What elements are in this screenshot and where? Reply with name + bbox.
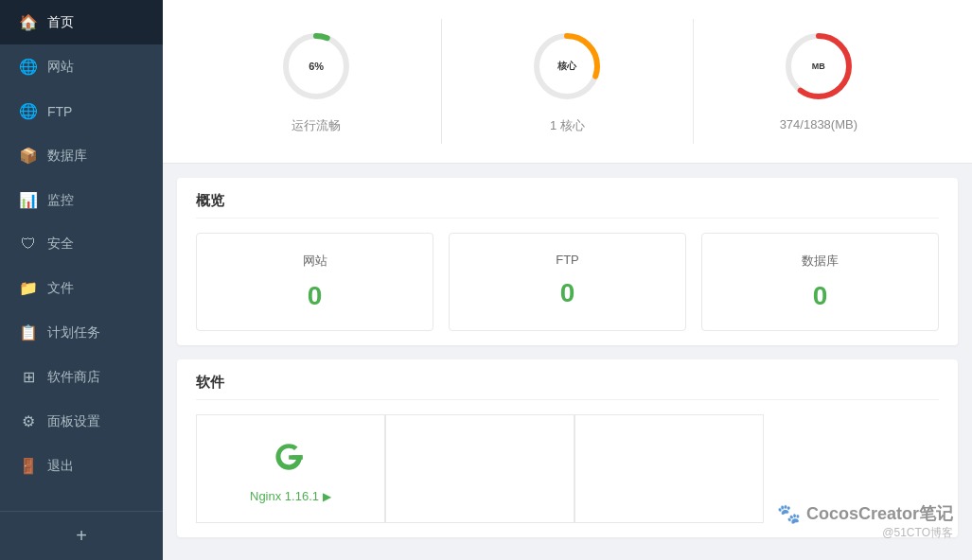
add-button[interactable]: + xyxy=(0,511,163,560)
overview-ftp-value: 0 xyxy=(468,278,666,308)
core-label: 1 核心 xyxy=(550,117,585,134)
monitor-icon: 📊 xyxy=(19,191,38,209)
store-icon: ⊞ xyxy=(19,368,38,386)
sidebar-item-ftp[interactable]: 🌐 FTP xyxy=(0,89,163,133)
sidebar-label-database: 数据库 xyxy=(47,148,87,165)
sidebar-label-website: 网站 xyxy=(47,59,74,76)
memory-stat: MB 374/1838(MB) xyxy=(694,19,944,144)
logout-icon: 🚪 xyxy=(19,457,38,475)
software-empty-2 xyxy=(574,414,764,523)
sidebar-label-tasks: 计划任务 xyxy=(47,324,100,341)
cpu-percent-text: 6% xyxy=(309,61,324,72)
sidebar-label-logout: 退出 xyxy=(47,458,74,475)
sidebar-item-home[interactable]: 🏠 首页 xyxy=(0,0,163,44)
overview-title: 概览 xyxy=(196,192,939,219)
sidebar-item-monitor[interactable]: 📊 监控 xyxy=(0,178,163,222)
sidebar-label-monitor: 监控 xyxy=(47,192,74,209)
sidebar-item-settings[interactable]: ⚙ 面板设置 xyxy=(0,399,163,444)
sidebar-item-database[interactable]: 📦 数据库 xyxy=(0,133,163,178)
software-empty-1 xyxy=(385,414,574,523)
software-item-nginx[interactable]: Nginx 1.16.1 ▶ xyxy=(196,414,385,523)
core-text: 核心 xyxy=(557,60,576,73)
sidebar-label-ftp: FTP xyxy=(47,104,72,119)
database-icon: 📦 xyxy=(19,147,38,165)
main-content: 6% 运行流畅 核心 1 核心 MB 37 xyxy=(163,0,972,560)
sidebar-item-files[interactable]: 📁 文件 xyxy=(0,266,163,310)
sidebar-item-logout[interactable]: 🚪 退出 xyxy=(0,444,163,488)
sidebar-item-website[interactable]: 🌐 网站 xyxy=(0,44,163,89)
sidebar-label-store: 软件商店 xyxy=(47,369,100,386)
cpu-circle: 6% xyxy=(278,28,354,104)
overview-website-card[interactable]: 网站 0 xyxy=(196,233,433,331)
memory-text: MB xyxy=(812,61,825,71)
sidebar-item-tasks[interactable]: 📋 计划任务 xyxy=(0,310,163,355)
website-icon: 🌐 xyxy=(19,58,38,76)
watermark-title: CocosCreator笔记 xyxy=(806,502,953,525)
nginx-arrow-icon: ▶ xyxy=(323,490,331,503)
stats-row: 6% 运行流畅 核心 1 核心 MB 37 xyxy=(163,0,972,164)
sidebar-label-files: 文件 xyxy=(47,280,74,297)
overview-section: 概览 网站 0 FTP 0 数据库 0 xyxy=(177,178,958,345)
ftp-icon: 🌐 xyxy=(19,102,38,120)
watermark: 🐾 CocosCreator笔记 @51CTO博客 xyxy=(777,502,953,541)
home-icon: 🏠 xyxy=(19,13,38,31)
overview-website-value: 0 xyxy=(216,281,414,311)
svg-rect-6 xyxy=(292,455,303,460)
core-stat: 核心 1 核心 xyxy=(442,19,693,144)
sidebar-label-home: 首页 xyxy=(47,14,74,31)
core-circle: 核心 xyxy=(529,28,605,104)
overview-grid: 网站 0 FTP 0 数据库 0 xyxy=(196,233,939,331)
overview-db-value: 0 xyxy=(721,281,919,311)
overview-db-card[interactable]: 数据库 0 xyxy=(701,233,939,331)
sidebar-item-security[interactable]: 🛡 安全 xyxy=(0,222,163,266)
overview-ftp-card[interactable]: FTP 0 xyxy=(449,233,686,331)
sidebar-item-store[interactable]: ⊞ 软件商店 xyxy=(0,355,163,399)
watermark-sub: @51CTO博客 xyxy=(777,525,953,541)
tasks-icon: 📋 xyxy=(19,324,38,341)
overview-ftp-label: FTP xyxy=(468,253,666,267)
sidebar-label-settings: 面板设置 xyxy=(47,413,100,430)
software-title: 软件 xyxy=(196,374,939,400)
cpu-label: 运行流畅 xyxy=(292,117,341,134)
files-icon: 📁 xyxy=(19,279,38,297)
nginx-icon xyxy=(268,434,313,480)
sidebar-label-security: 安全 xyxy=(47,236,74,253)
overview-db-label: 数据库 xyxy=(721,253,919,270)
memory-label: 374/1838(MB) xyxy=(780,117,857,131)
settings-icon: ⚙ xyxy=(19,412,38,430)
memory-circle: MB xyxy=(781,28,857,104)
security-icon: 🛡 xyxy=(19,236,38,253)
nginx-name: Nginx 1.16.1 ▶ xyxy=(250,489,331,503)
cpu-stat: 6% 运行流畅 xyxy=(191,19,442,144)
add-icon: + xyxy=(76,525,87,547)
overview-website-label: 网站 xyxy=(216,253,414,270)
sidebar: 🏠 首页 🌐 网站 🌐 FTP 📦 数据库 📊 监控 🛡 安全 📁 文件 📋 计… xyxy=(0,0,163,560)
